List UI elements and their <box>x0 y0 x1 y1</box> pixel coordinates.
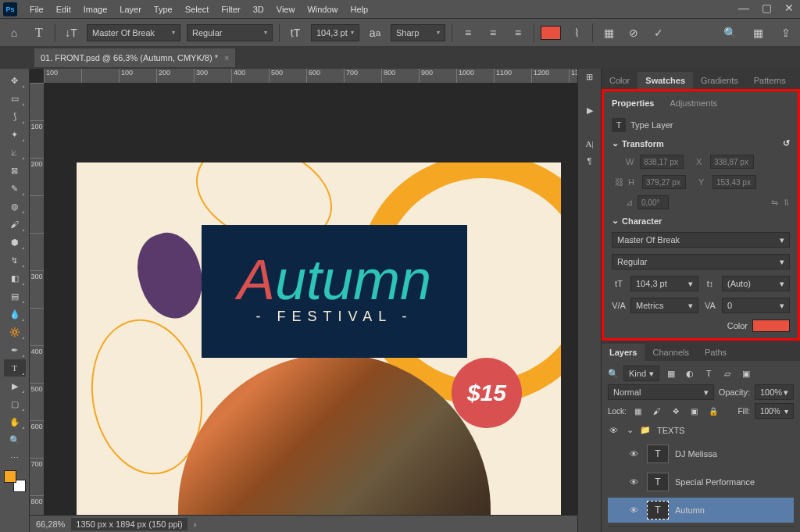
wand-tool[interactable]: ✦ <box>4 126 26 143</box>
brush-tool[interactable]: 🖌 <box>4 216 26 233</box>
eyedropper-tool[interactable]: ✎ <box>4 180 26 197</box>
lock-artboard-icon[interactable]: ▣ <box>688 404 702 418</box>
hand-tool[interactable]: ✋ <box>4 413 26 430</box>
filter-shape-icon[interactable]: ▱ <box>720 366 734 380</box>
text-color-swatch[interactable] <box>541 26 561 40</box>
filter-pixel-icon[interactable]: ▦ <box>664 366 678 380</box>
visibility-icon[interactable]: 👁 <box>609 426 620 435</box>
zoom-level[interactable]: 66,28% <box>36 520 65 529</box>
character-collapsed-icon[interactable]: A| <box>585 139 593 148</box>
x-field[interactable]: 338,87 px <box>710 155 754 169</box>
home-icon[interactable]: ⌂ <box>5 23 23 42</box>
tab-channels[interactable]: Channels <box>645 344 696 361</box>
menu-filter[interactable]: Filter <box>215 3 246 16</box>
transform-section[interactable]: ⌄Transform ↺ <box>612 138 790 148</box>
flip-v-icon[interactable]: ⥮ <box>783 198 790 208</box>
antialias-dropdown[interactable]: Sharp▾ <box>391 24 445 41</box>
document-tab[interactable]: 01. FRONT.psd @ 66,3% (Autumn, CMYK/8) *… <box>34 48 235 67</box>
lock-pixels-icon[interactable]: 🖌 <box>650 404 664 418</box>
zoom-tool[interactable]: 🔍 <box>4 431 26 448</box>
width-field[interactable]: 838,17 px <box>640 155 684 169</box>
blend-mode-dropdown[interactable]: Normal▾ <box>608 384 714 400</box>
path-select-tool[interactable]: ▶ <box>4 377 26 395</box>
menu-file[interactable]: File <box>23 3 50 16</box>
orientation-icon[interactable]: ↓T <box>62 23 80 42</box>
move-tool[interactable]: ✥ <box>4 72 26 89</box>
pen-tool[interactable]: ✒ <box>4 341 26 359</box>
char-size-dropdown[interactable]: 104,3 pt▾ <box>630 276 698 291</box>
tab-close-icon[interactable]: × <box>224 53 229 62</box>
search-icon[interactable]: 🔍 <box>720 23 739 42</box>
menu-type[interactable]: Type <box>148 3 179 16</box>
workspace-icon[interactable]: ▦ <box>748 23 767 42</box>
char-leading-dropdown[interactable]: (Auto)▾ <box>722 276 790 291</box>
char-font-dropdown[interactable]: Master Of Break▾ <box>612 232 790 248</box>
visibility-icon[interactable]: 👁 <box>630 449 641 459</box>
menu-image[interactable]: Image <box>77 3 114 16</box>
filter-adjust-icon[interactable]: ◐ <box>683 366 697 380</box>
stamp-tool[interactable]: ⬢ <box>4 234 26 251</box>
marquee-tool[interactable]: ▭ <box>4 90 26 107</box>
title-text-layer[interactable]: Autumn - FESTIVAL - <box>202 225 467 358</box>
character-panel-icon[interactable]: ▦ <box>599 23 618 42</box>
swatches-collapsed-icon[interactable]: ⊞ <box>586 72 593 82</box>
tab-patterns[interactable]: Patterns <box>746 72 794 89</box>
menu-help[interactable]: Help <box>345 3 375 16</box>
warp-text-icon[interactable]: ⌇ <box>567 23 586 42</box>
tab-layers[interactable]: Layers <box>602 344 645 361</box>
flip-h-icon[interactable]: ⇋ <box>771 198 778 208</box>
frame-tool[interactable]: ⊠ <box>4 162 26 179</box>
history-brush-tool[interactable]: ↯ <box>4 252 26 269</box>
char-tracking-dropdown[interactable]: 0▾ <box>722 298 790 313</box>
angle-field[interactable]: 0,00° <box>638 195 669 209</box>
filter-type-icon[interactable]: T <box>702 366 716 380</box>
height-field[interactable]: 379,27 px <box>642 175 686 189</box>
menu-view[interactable]: View <box>270 3 302 16</box>
opacity-dropdown[interactable]: 100%▾ <box>755 384 794 400</box>
menu-window[interactable]: Window <box>301 3 344 16</box>
menu-select[interactable]: Select <box>179 3 216 16</box>
artboard[interactable]: Autumn - FESTIVAL - $15 <box>77 162 561 532</box>
visibility-icon[interactable]: 👁 <box>630 477 641 487</box>
paragraph-collapsed-icon[interactable]: ¶ <box>588 156 592 166</box>
menu-layer[interactable]: Layer <box>113 3 148 16</box>
font-weight-dropdown[interactable]: Regular▾ <box>187 24 273 41</box>
commit-icon[interactable]: ✓ <box>649 23 668 42</box>
cancel-icon[interactable]: ⊘ <box>624 23 643 42</box>
lock-all-icon[interactable]: 🔒 <box>706 404 720 418</box>
char-weight-dropdown[interactable]: Regular▾ <box>612 254 790 270</box>
close-icon[interactable]: ✕ <box>784 2 794 14</box>
history-collapsed-icon[interactable]: ▶ <box>587 105 593 116</box>
minimize-icon[interactable]: — <box>738 2 749 14</box>
tab-gradients[interactable]: Gradients <box>693 72 746 89</box>
visibility-icon[interactable]: 👁 <box>630 505 641 515</box>
layer-autumn[interactable]: 👁 T Autumn <box>608 498 794 523</box>
y-field[interactable]: 153,43 px <box>712 175 756 189</box>
canvas-area[interactable]: 1001002003004005006007008009001000110012… <box>30 69 577 532</box>
font-family-dropdown[interactable]: Master Of Break▾ <box>87 24 180 41</box>
dodge-tool[interactable]: 🔆 <box>4 323 26 341</box>
menu-edit[interactable]: Edit <box>50 3 77 16</box>
layer-group-texts[interactable]: 👁 ⌄📁 TEXTS <box>608 422 794 438</box>
fill-dropdown[interactable]: 100%▾ <box>755 403 794 419</box>
tab-swatches[interactable]: Swatches <box>638 72 693 89</box>
eraser-tool[interactable]: ◧ <box>4 270 26 287</box>
tab-paths[interactable]: Paths <box>697 344 734 361</box>
filter-smart-icon[interactable]: ▣ <box>739 366 753 380</box>
char-color-swatch[interactable] <box>752 320 790 332</box>
align-right-icon[interactable]: ≡ <box>509 23 527 42</box>
lock-transparent-icon[interactable]: ▦ <box>631 404 645 418</box>
align-center-icon[interactable]: ≡ <box>484 23 502 42</box>
edit-toolbar[interactable]: ⋯ <box>4 449 26 466</box>
shape-tool[interactable]: ▢ <box>4 395 26 412</box>
foreground-background-colors[interactable] <box>4 470 26 492</box>
tab-adjustments[interactable]: Adjustments <box>662 95 725 112</box>
link-icon[interactable]: ⛓ <box>615 177 623 187</box>
maximize-icon[interactable]: ▢ <box>762 2 772 14</box>
type-tool[interactable]: T <box>4 359 26 377</box>
character-section[interactable]: ⌄Character <box>612 216 790 226</box>
gradient-tool[interactable]: ▤ <box>4 287 26 305</box>
reset-icon[interactable]: ↺ <box>783 138 790 148</box>
layer-special-performance[interactable]: 👁 T Special Performance <box>608 470 794 495</box>
crop-tool[interactable]: ⟀ <box>4 144 26 161</box>
